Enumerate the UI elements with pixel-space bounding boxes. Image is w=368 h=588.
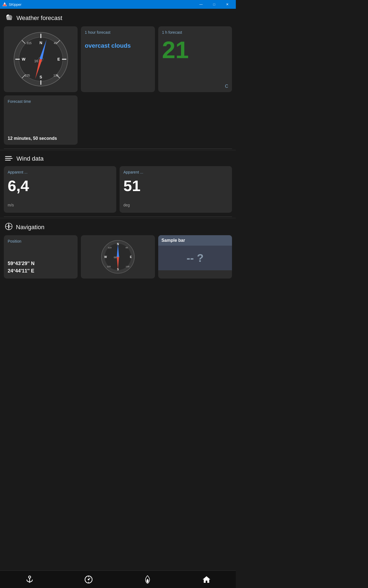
svg-text:W: W (22, 57, 26, 61)
position-label: Position (8, 239, 74, 243)
svg-marker-37 (8, 227, 9, 229)
nav-section-title: Navigation (16, 224, 44, 231)
forecast-time-label: Forecast time (8, 99, 74, 104)
svg-text:135: 135 (53, 74, 58, 77)
svg-text:225: 225 (107, 265, 111, 268)
svg-text:135: 135 (126, 265, 129, 268)
weather-section-title: Weather forecast (16, 15, 62, 22)
nav-section-header: Navigation (0, 218, 236, 235)
svg-text:E: E (130, 255, 132, 259)
wind-section: Wind data Apparent ... 6,4 m/s Apparent … (0, 150, 236, 217)
svg-text:315: 315 (108, 246, 112, 249)
svg-text:225: 225 (25, 74, 30, 77)
wind-speed-value: 6,4 m/s (8, 178, 112, 209)
forecast-time-card: Forecast time 12 minutes, 50 seconds (4, 95, 78, 145)
wind-dir-value: 51 deg (123, 178, 228, 209)
app-title: SKipper (9, 2, 21, 7)
position-value: 59°43'29'' N 24°44'11'' E (8, 260, 74, 275)
svg-text:45: 45 (54, 41, 57, 45)
temp-label: 1 h forecast (162, 30, 228, 35)
weather-icon (5, 13, 13, 23)
compass-card: N S E W 315 45 225 135 16 (4, 26, 78, 92)
nav-cards: Position 59°43'29'' N 24°44'11'' E N S E… (0, 235, 236, 282)
svg-rect-6 (7, 18, 12, 20)
svg-text:E: E (57, 57, 60, 61)
weather-cards: N S E W 315 45 225 135 16 (0, 26, 236, 149)
svg-text:W: W (104, 255, 107, 259)
wind-section-title: Wind data (16, 155, 44, 162)
minimize-button[interactable]: — (195, 0, 207, 9)
wind-speed-unit: m/s (8, 203, 14, 207)
nav-compass-card: N S E W 315 45 225 135 00 (81, 235, 155, 279)
position-card: Position 59°43'29'' N 24°44'11'' E (4, 235, 78, 279)
wind-section-header: Wind data (0, 150, 236, 166)
sample-bar-body: -- ? (158, 246, 232, 270)
svg-marker-36 (8, 224, 9, 226)
compass-widget: N S E W 315 45 225 135 16 (12, 30, 70, 88)
forecast-time-value: 12 minutes, 50 seconds (8, 136, 74, 141)
temp-unit: C (225, 84, 228, 89)
wind-icon (5, 155, 13, 163)
maximize-button[interactable]: □ (208, 0, 220, 9)
title-bar-left: SKipper (2, 2, 21, 7)
forecast1h-label: 1 hour forecast (85, 30, 151, 35)
wind-dir-label: Apparent ... (123, 170, 228, 174)
temperature-card: 1 h forecast 21 C (158, 26, 232, 92)
wind-speed-card: Apparent ... 6,4 m/s (4, 166, 116, 213)
svg-text:45: 45 (126, 246, 128, 249)
close-button[interactable]: ✕ (221, 0, 234, 9)
wind-dir-card: Apparent ... 51 deg (120, 166, 232, 213)
sample-bar-placeholder: -- ? (186, 252, 203, 264)
nav-section: Navigation Position 59°43'29'' N 24°44'1… (0, 218, 236, 282)
temp-value: 21 (162, 38, 228, 62)
wind-cards: Apparent ... 6,4 m/s Apparent ... 51 deg (0, 166, 236, 217)
divider-2 (4, 217, 232, 217)
forecast-text-card: 1 hour forecast overcast clouds (81, 26, 155, 92)
svg-text:N: N (39, 41, 42, 45)
title-bar: SKipper — □ ✕ (0, 0, 236, 9)
svg-text:00: 00 (114, 256, 117, 259)
sample-bar-card: Sample bar -- ? (158, 235, 232, 279)
forecast1h-weather: overcast clouds (85, 42, 151, 49)
main-content: Weather forecast (0, 9, 236, 304)
svg-text:315: 315 (26, 41, 31, 45)
sample-bar-header: Sample bar (158, 235, 232, 246)
title-bar-controls: — □ ✕ (195, 0, 234, 9)
wind-dir-unit: deg (123, 203, 130, 207)
svg-text:S: S (39, 75, 42, 79)
wind-speed-label: Apparent ... (8, 170, 112, 174)
nav-icon (5, 223, 13, 232)
app-icon (2, 2, 7, 7)
weather-section-header: Weather forecast (0, 9, 236, 26)
divider-1 (4, 149, 232, 149)
svg-text:16: 16 (34, 59, 38, 63)
